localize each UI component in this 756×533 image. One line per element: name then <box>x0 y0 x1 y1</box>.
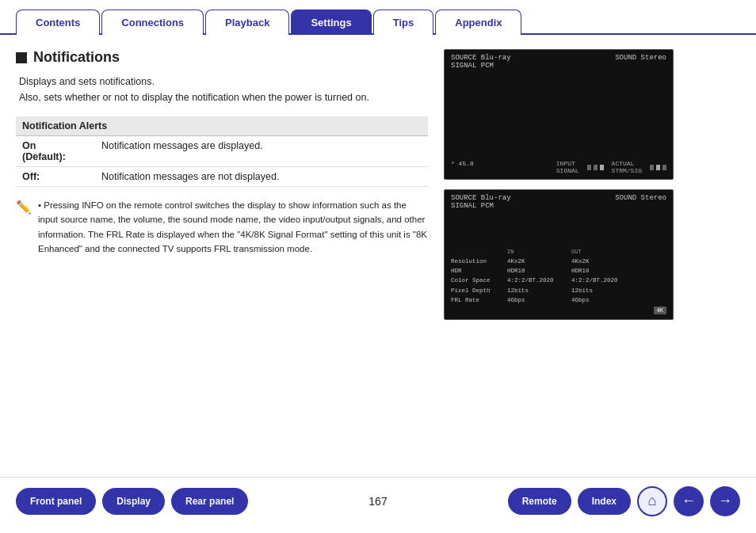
row1-label: Resolution <box>451 257 506 266</box>
col-label <box>451 248 506 257</box>
screen1-sound: SOUND Stereo <box>615 54 666 70</box>
screen1-input-label: INPUTSIGNAL <box>556 160 579 174</box>
row5-out: 4Gbps <box>571 296 635 305</box>
col-out: OUT <box>571 248 635 257</box>
screenshot-2: SOURCE Blu-ray SIGNAL PCM SOUND Stereo I… <box>444 189 674 320</box>
bottom-nav-left: Front panel Display Rear panel <box>16 488 248 515</box>
screen1-indicators: INPUTSIGNAL ACTUALSTRM/SIG <box>556 160 666 174</box>
table-header: Notification Alerts <box>16 116 428 136</box>
bar5 <box>656 165 660 170</box>
forward-button[interactable]: → <box>710 486 740 516</box>
row3-label: Color Space <box>451 276 506 285</box>
table-row: Off: Notification messages are not displ… <box>16 167 428 187</box>
row2-in: HDR10 <box>507 267 571 276</box>
row3-in: 4:2:2/BT.2020 <box>507 276 571 285</box>
desc-off: Notification messages are not displayed. <box>95 167 428 187</box>
row2-out: HDR10 <box>571 267 635 276</box>
screen2-grid: IN OUT Resolution 4Kx2K 4Kx2K HDR HDR10 … <box>451 248 635 305</box>
tab-playback[interactable]: Playback <box>205 10 289 35</box>
right-panel: SOURCE Blu-ray SIGNAL PCM SOUND Stereo *… <box>444 49 674 469</box>
screen2-source-signal: SOURCE Blu-ray SIGNAL PCM <box>451 194 511 210</box>
section-description: Displays and sets notifications. Also, s… <box>16 74 428 105</box>
tab-connections[interactable]: Connections <box>101 10 204 35</box>
screen2-signal: SIGNAL PCM <box>451 202 511 210</box>
screen1-actual-label: ACTUALSTRM/SIG <box>612 160 642 174</box>
home-button[interactable]: ⌂ <box>637 486 667 516</box>
row1-in: 4Kx2K <box>507 257 571 266</box>
screen1-source-signal: SOURCE Blu-ray SIGNAL PCM <box>451 54 511 70</box>
screen2-source: SOURCE Blu-ray <box>451 194 511 202</box>
remote-button[interactable]: Remote <box>508 488 571 515</box>
screen2-top-bar: SOURCE Blu-ray SIGNAL PCM SOUND Stereo <box>445 190 673 212</box>
top-tabs: Contents Connections Playback Settings T… <box>0 0 756 35</box>
setting-on: On(Default): <box>16 136 95 167</box>
desc-line2: Also, sets whether or not to display the… <box>19 92 369 103</box>
bar1 <box>587 165 591 170</box>
bar4 <box>650 165 654 170</box>
bar3 <box>600 165 604 170</box>
screen1-signal: SIGNAL PCM <box>451 62 511 70</box>
row4-label: Pixel Depth <box>451 287 506 295</box>
screen1-volume: * 45.0 <box>451 160 474 174</box>
bottom-nav: Front panel Display Rear panel 167 Remot… <box>0 477 756 524</box>
tab-tips[interactable]: Tips <box>373 10 434 35</box>
setting-off: Off: <box>16 167 95 187</box>
screen2-info-table: IN OUT Resolution 4Kx2K 4Kx2K HDR HDR10 … <box>451 248 635 305</box>
notification-table: Notification Alerts On(Default): Notific… <box>16 116 428 187</box>
screen1-bars1 <box>587 165 604 170</box>
desc-on: Notification messages are displayed. <box>95 136 428 167</box>
tab-appendix[interactable]: Appendix <box>435 10 521 35</box>
front-panel-button[interactable]: Front panel <box>16 488 96 515</box>
display-button[interactable]: Display <box>102 488 165 515</box>
desc-line1: Displays and sets notifications. <box>19 76 155 87</box>
badge-text: 4K <box>654 306 666 314</box>
screen2-sound: SOUND Stereo <box>615 194 666 210</box>
table-row: On(Default): Notification messages are d… <box>16 136 428 167</box>
col-in: IN <box>507 248 571 257</box>
bar2 <box>594 165 598 170</box>
row3-out: 4:2:2/BT.2020 <box>571 276 635 285</box>
back-button[interactable]: ← <box>674 486 704 516</box>
row5-label: FRL Rate <box>451 296 506 305</box>
page-number: 167 <box>368 495 387 508</box>
section-title-text: Notifications <box>33 49 120 66</box>
bar6 <box>662 165 666 170</box>
screen1-source: SOURCE Blu-ray <box>451 54 511 62</box>
main-content: Notifications Displays and sets notifica… <box>0 35 756 477</box>
left-panel: Notifications Displays and sets notifica… <box>16 49 428 469</box>
row4-out: 12bits <box>571 287 635 295</box>
section-heading: Notifications <box>16 49 428 66</box>
tab-settings[interactable]: Settings <box>291 10 371 35</box>
pencil-note: ✏️ • Pressing INFO on the remote control… <box>16 198 428 257</box>
index-button[interactable]: Index <box>578 488 631 515</box>
screenshot-1: SOURCE Blu-ray SIGNAL PCM SOUND Stereo *… <box>444 49 674 180</box>
bottom-nav-right: Remote Index ⌂ ← → <box>508 486 740 516</box>
screen1-bars2 <box>650 165 666 170</box>
row1-out: 4Kx2K <box>571 257 635 266</box>
section-marker <box>16 52 27 63</box>
screen2-badge: 4K <box>654 303 666 314</box>
row5-in: 4Gbps <box>507 296 571 305</box>
tab-contents[interactable]: Contents <box>16 10 100 35</box>
row4-in: 12bits <box>507 287 571 295</box>
note-text: • Pressing INFO on the remote control sw… <box>38 198 428 257</box>
screen1-bottom-bar: * 45.0 INPUTSIGNAL ACTUALSTRM/SIG <box>445 160 673 174</box>
row2-label: HDR <box>451 267 506 276</box>
rear-panel-button[interactable]: Rear panel <box>171 488 248 515</box>
pencil-icon: ✏️ <box>16 200 32 215</box>
screen1-top-bar: SOURCE Blu-ray SIGNAL PCM SOUND Stereo <box>445 50 673 72</box>
